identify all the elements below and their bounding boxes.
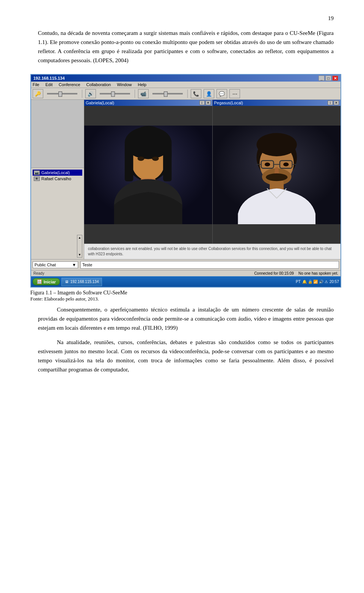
toolbar-icon-person[interactable]: 👤: [204, 89, 214, 98]
toolbar-icon-video[interactable]: 📹: [138, 89, 149, 98]
svg-point-9: [138, 156, 144, 160]
video-panel-gabriela: Gabriela(Local) i ✕: [84, 100, 213, 244]
statusbar-right: Connected for 00:15:09 No one has spoken…: [254, 271, 338, 275]
toolbar-sep-1: [82, 90, 82, 98]
maximize-btn[interactable]: □: [325, 76, 331, 81]
participant-name-rafael: Rafael Carvalho: [41, 176, 71, 181]
participant-name-gabriela: Gabriela(Local): [41, 170, 70, 175]
video-panel-header-pegasus: Pegasus(Local) i ✕: [213, 100, 341, 106]
status-connection: Connected for 00:15:09: [254, 271, 294, 275]
cuseem-sidebar: 📷 Gabriela(Local) 👁 Rafael Carvalho ▲ ▼: [31, 100, 84, 259]
taskbar-time: 20:57: [329, 280, 339, 284]
win-taskbar: 🪟 Iniciar 🖥 192.168.115.134 PT 🔔 🔒 📶 🔊 ⚠…: [31, 276, 340, 287]
participant-icon-rafael: 👁: [34, 176, 40, 181]
cuseem-window: 192.168.115.134 _ □ ✕ File Edit Conferen…: [30, 74, 341, 288]
participant-icon-gabriela: 📷: [34, 170, 40, 175]
taskbar-window-icon: 🖥: [65, 280, 69, 284]
figure-cuseem: 192.168.115.134 _ □ ✕ File Edit Conferen…: [38, 74, 334, 302]
menu-collaboration[interactable]: Collaboration: [86, 82, 111, 87]
figure-source: Fonte: Elaborado pelo autor, 2013.: [30, 296, 341, 302]
video-gabriela: [84, 126, 212, 224]
cuseem-statusbar: Ready Connected for 00:15:09 No one has …: [31, 270, 340, 276]
toolbar-slider-2[interactable]: [100, 93, 130, 94]
paragraph-3: Na atualidade, reuniões, cursos, conferê…: [38, 338, 334, 374]
start-button[interactable]: 🪟 Iniciar: [33, 278, 60, 285]
video-btn-close-gabriela[interactable]: ✕: [206, 101, 211, 105]
start-label: Iniciar: [44, 280, 56, 284]
video-title-gabriela: Gabriela(Local): [86, 101, 114, 105]
taskbar-window-label: 192.168.115.134: [70, 280, 99, 284]
svg-rect-6: [163, 143, 172, 181]
svg-point-24: [266, 173, 287, 181]
menu-help[interactable]: Help: [138, 82, 147, 87]
minimize-btn[interactable]: _: [318, 76, 325, 81]
page-number: 19: [38, 15, 334, 22]
chat-dropdown[interactable]: Public Chat ▼: [33, 261, 78, 268]
toolbar-icon-lock[interactable]: 🔑: [33, 89, 43, 98]
toolbar-icon-chat[interactable]: 💬: [217, 89, 227, 98]
titlebar-buttons: _ □ ✕: [318, 76, 338, 81]
video-btn-min-pegasus[interactable]: i: [328, 101, 333, 105]
toolbar-slider-3[interactable]: [152, 93, 183, 94]
video-btn-min-gabriela[interactable]: i: [199, 101, 205, 105]
svg-point-10: [152, 156, 159, 160]
cuseem-chat-area: Public Chat ▼: [31, 259, 340, 270]
status-spoken: No one has spoken yet.: [298, 271, 338, 275]
paragraph-1: Contudo, na década de noventa começaram …: [38, 28, 334, 65]
video-pegasus: [213, 126, 341, 224]
taskbar-tray: PT 🔔 🔒 📶 🔊 ⚠ 20:57: [296, 280, 339, 284]
toolbar-slider-1[interactable]: [47, 93, 77, 94]
svg-rect-5: [125, 143, 133, 181]
sidebar-participants: 📷 Gabriela(Local) 👁 Rafael Carvalho: [31, 168, 84, 183]
paragraph-2: Consequentemente, o aperfeiçoamento técn…: [38, 305, 334, 332]
taskbar-icons: 🔔 🔒 📶 🔊 ⚠: [302, 280, 328, 284]
toolbar-icon-phone[interactable]: 📞: [191, 89, 201, 98]
menu-file[interactable]: File: [33, 82, 39, 87]
cuseem-menubar: File Edit Conference Collaboration Windo…: [31, 82, 340, 88]
chat-dropdown-arrow: ▼: [72, 263, 76, 267]
participant-gabriela[interactable]: 📷 Gabriela(Local): [33, 170, 82, 176]
taskbar-window-item[interactable]: 🖥 192.168.115.134: [61, 278, 102, 286]
video-content-pegasus: [213, 106, 341, 244]
video-panel-header-gabriela: Gabriela(Local) i ✕: [84, 100, 212, 106]
video-panels: Gabriela(Local) i ✕: [84, 100, 340, 244]
svg-point-22: [265, 162, 270, 166]
menu-window[interactable]: Window: [117, 82, 132, 87]
toolbar-sep-3: [187, 90, 188, 98]
toolbar-sep-2: [135, 90, 135, 98]
window-title: 192.168.115.134: [33, 76, 65, 80]
chat-input[interactable]: [80, 261, 339, 269]
cuseem-main: 📷 Gabriela(Local) 👁 Rafael Carvalho ▲ ▼: [31, 100, 340, 259]
video-content-gabriela: [84, 106, 212, 244]
participant-rafael[interactable]: 👁 Rafael Carvalho: [33, 176, 82, 182]
toolbar-icon-more[interactable]: ⋯: [229, 89, 240, 98]
sidebar-top-area: [31, 100, 84, 168]
cuseem-titlebar: 192.168.115.134 _ □ ✕: [31, 75, 340, 82]
start-icon: 🪟: [37, 279, 42, 284]
figure-caption: Figura 1.1 – Imagem do Software CU-SeeMe: [30, 290, 341, 296]
cuseem-toolbar: 🔑 🔊 📹 📞 👤 💬 ⋯: [31, 88, 340, 100]
video-btn-close-pegasus[interactable]: ✕: [334, 101, 339, 105]
notification-bar: collaboration services are not enabled. …: [84, 244, 340, 259]
video-title-pegasus: Pegasus(Local): [214, 101, 243, 105]
menu-conference[interactable]: Conference: [59, 82, 80, 87]
chat-dropdown-label: Public Chat: [35, 263, 56, 267]
svg-point-15: [256, 133, 297, 156]
close-btn[interactable]: ✕: [332, 76, 338, 81]
svg-point-23: [283, 162, 289, 166]
toolbar-icon-audio[interactable]: 🔊: [85, 89, 96, 98]
status-ready: Ready: [33, 271, 44, 275]
menu-edit[interactable]: Edit: [46, 82, 53, 87]
cuseem-video-area: Gabriela(Local) i ✕: [84, 100, 340, 259]
video-panel-pegasus: Pegasus(Local) i ✕: [213, 100, 341, 244]
taskbar-lang: PT: [296, 280, 301, 284]
